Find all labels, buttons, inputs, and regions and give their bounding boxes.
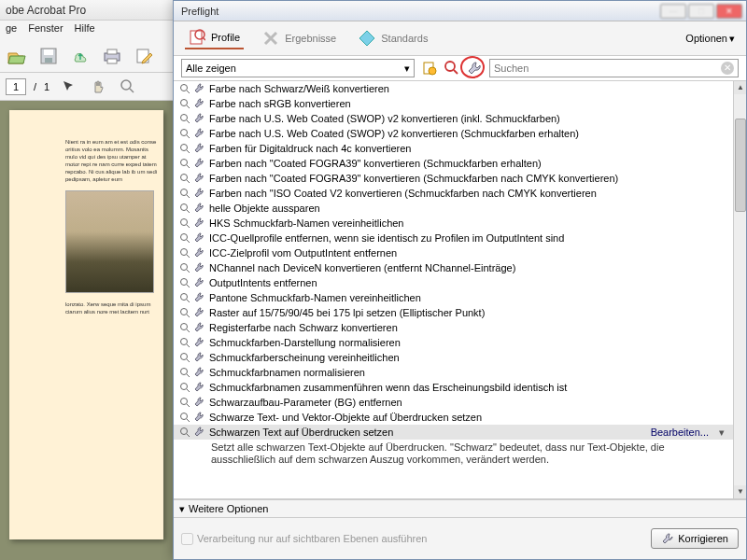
dialog-titlebar[interactable]: Preflight — □ ✕ [174,1,746,21]
magnifier-icon [179,83,190,94]
hand-tool-icon[interactable] [87,76,109,98]
profile-item[interactable]: Schwarzen Text auf Überdrucken setzenBea… [174,425,733,440]
open-icon[interactable] [6,45,28,67]
chevron-down-icon: ▾ [729,33,735,45]
magnifier-icon [179,307,190,318]
tab-standards[interactable]: Standards [355,28,431,49]
svg-point-11 [429,67,436,75]
svg-point-25 [181,264,188,271]
magnifier-icon [179,247,190,259]
chevron-down-icon[interactable]: ▾ [716,427,727,439]
maximize-button[interactable]: □ [688,4,714,19]
profile-item[interactable]: ICC-Quellprofile entfernen, wenn sie ide… [174,231,733,245]
search-input[interactable] [494,63,721,74]
profile-item[interactable]: Registerfarbe nach Schwarz konvertieren [174,320,733,335]
menu-item[interactable]: Hilfe [75,22,95,37]
profile-label: Farben für Digitaldruck nach 4c konverti… [209,143,727,154]
profile-item[interactable]: Farbe nach sRGB konvertieren [174,96,733,111]
menu-item[interactable]: ge [6,22,17,37]
magnifier-icon [179,188,190,199]
print-icon[interactable] [101,45,123,67]
profile-label: Farbe nach Schwarz/Weiß konvertieren [209,83,727,94]
profile-item[interactable]: Farben nach "Coated FOGRA39" konvertiere… [174,171,733,186]
korrigieren-button[interactable]: Korrigieren [651,528,739,549]
profile-item[interactable]: Schmuckfarbnamen zusammenführen wenn das… [174,380,733,395]
magnifier-icon [179,412,190,423]
filter-icon-1[interactable] [420,59,439,77]
profile-item[interactable]: ICC-Zielprofil vom OutputIntent entferne… [174,245,733,260]
minimize-button[interactable]: — [660,4,686,19]
magnifier-icon [179,382,190,393]
select-tool-icon[interactable] [57,76,79,98]
filter-wrench-icon[interactable] [465,59,484,77]
filter-icon-2[interactable] [443,59,461,77]
edit-icon[interactable] [133,45,155,67]
document-viewport[interactable]: Nient ra in eum am et est odis conse ori… [0,101,173,560]
profile-item[interactable]: NChannel nach DeviceN konvertieren (entf… [174,260,733,275]
profile-item[interactable]: Schmuckfarberscheinung vereinheitlichen [174,350,733,365]
svg-point-36 [181,428,188,435]
filter-toolbar: Alle zeigen ▾ ✕ [174,55,746,81]
profile-item[interactable]: Schmuckfarben-Darstellung normalisieren [174,335,733,350]
profile-label: HKS Schmuckfarb-Namen vereinheitlichen [209,217,727,229]
tab-profile[interactable]: Profile [185,27,244,49]
checkbox-input[interactable] [181,533,193,545]
magnifier-icon [179,277,190,288]
magnifier-icon [179,203,190,214]
svg-point-31 [181,354,188,360]
profile-label: Schwarzaufbau-Parameter (BG) entfernen [209,397,727,408]
svg-point-12 [445,62,455,71]
tab-ergebnisse[interactable]: Ergebnisse [259,28,340,49]
profile-label: Schmuckfarbnamen normalisieren [209,367,727,378]
options-dropdown[interactable]: Optionen ▾ [685,33,735,45]
profile-item[interactable]: Farben nach "ISO Coated V2 konvertieren … [174,186,733,201]
visible-layers-checkbox[interactable]: Verarbeitung nur auf sichtbaren Ebenen a… [181,533,427,545]
chevron-down-icon: ▾ [179,503,185,515]
wrench-icon [194,382,205,393]
filter-dropdown[interactable]: Alle zeigen ▾ [181,59,415,77]
profile-item[interactable]: Pantone Schmuckfarb-Namen vereinheitlich… [174,290,733,305]
menu-item[interactable]: Fenster [28,22,63,37]
scroll-up-icon[interactable]: ▲ [734,81,746,94]
scrollbar[interactable]: ▲ ▼ [733,81,746,498]
zoom-tool-icon[interactable] [117,76,139,98]
profile-item[interactable]: Farbe nach U.S. Web Coated (SWOP) v2 kon… [174,126,733,141]
scroll-thumb[interactable] [735,119,746,212]
app-title: obe Acrobat Pro [0,0,173,21]
profile-item[interactable]: HKS Schmuckfarb-Namen vereinheitlichen [174,216,733,231]
main-toolbar [0,39,173,73]
wrench-icon [194,203,205,214]
profile-item[interactable]: Schwarze Text- und Vektor-Objekte auf Üb… [174,410,733,425]
profile-item[interactable]: Farben für Digitaldruck nach 4c konverti… [174,141,733,156]
magnifier-icon [179,173,190,184]
clear-search-icon[interactable]: ✕ [721,62,734,75]
magnifier-icon [179,292,190,303]
svg-rect-1 [44,49,53,55]
cloud-icon[interactable] [69,45,92,67]
svg-point-18 [181,160,188,166]
profile-item[interactable]: Raster auf 15/75/90/45 bei 175 lpi setze… [174,305,733,320]
scroll-down-icon[interactable]: ▼ [734,485,746,498]
profile-item[interactable]: Farben nach "Coated FOGRA39" konvertiere… [174,156,733,171]
svg-point-28 [181,309,188,315]
profile-label: Farbe nach U.S. Web Coated (SWOP) v2 kon… [209,128,727,139]
close-button[interactable]: ✕ [716,4,742,19]
page-number-input[interactable] [6,78,26,95]
profile-label: helle Objekte aussparen [209,203,727,214]
search-box[interactable]: ✕ [489,59,739,77]
svg-point-17 [181,145,188,151]
svg-point-33 [181,384,188,390]
profile-list-inner[interactable]: Farbe nach Schwarz/Weiß konvertierenFarb… [174,81,733,498]
profile-item[interactable]: Farbe nach Schwarz/Weiß konvertieren [174,81,733,96]
svg-point-13 [181,85,188,91]
profile-item[interactable]: Farbe nach U.S. Web Coated (SWOP) v2 kon… [174,111,733,126]
profile-item[interactable]: Schwarzaufbau-Parameter (BG) entfernen [174,395,733,410]
edit-link[interactable]: Bearbeiten... [647,427,712,438]
profile-label: NChannel nach DeviceN konvertieren (entf… [209,262,727,273]
profile-label: Raster auf 15/75/90/45 bei 175 lpi setze… [209,307,727,318]
more-options-expander[interactable]: ▾ Weitere Optionen [174,499,746,518]
save-icon[interactable] [37,45,60,67]
profile-item[interactable]: OutputIntents entfernen [174,275,733,290]
profile-item[interactable]: Schmuckfarbnamen normalisieren [174,365,733,380]
profile-item[interactable]: helle Objekte aussparen [174,201,733,216]
